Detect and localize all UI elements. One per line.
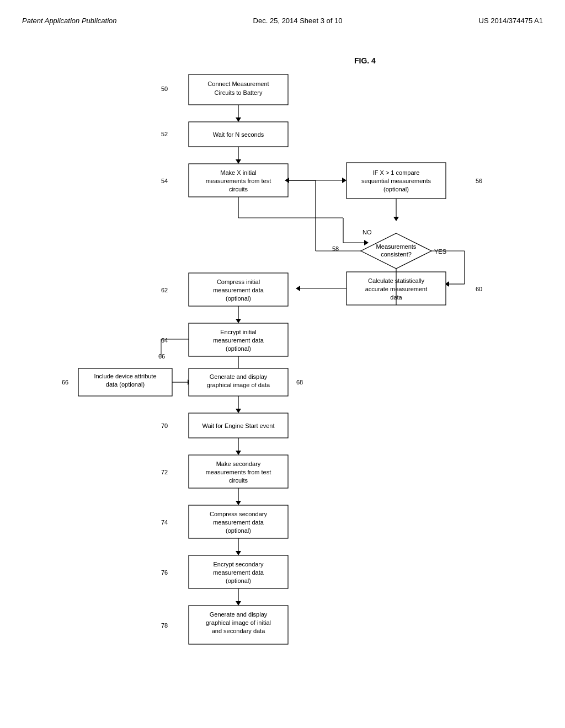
node-68-label: 68 xyxy=(296,379,303,386)
diagram-area: FIG. 4 Connect Measurement Circuits to B… xyxy=(22,47,543,722)
node-78-text-2: graphical image of initial xyxy=(206,619,271,626)
node-72-label: 72 xyxy=(161,469,168,475)
node-72-text-1: Make secondary xyxy=(216,461,261,467)
node-54-text-3: circuits xyxy=(229,186,248,192)
node-64-text-2: measurement data xyxy=(213,337,264,344)
node-72-text-2: measurements from test xyxy=(206,469,271,475)
arrowhead-54-56 xyxy=(342,178,347,183)
node-62-text-1: Compress initial xyxy=(217,279,260,285)
node-56-text-2: sequential measurements xyxy=(361,178,431,184)
node-72-text-3: circuits xyxy=(229,477,248,484)
node-50-label: 50 xyxy=(161,85,168,92)
arrowhead-56-58 xyxy=(393,217,399,221)
header-right: US 2014/374475 A1 xyxy=(479,17,543,25)
label-66-pointer: 66 xyxy=(158,353,165,360)
node-62-text-3: (optional) xyxy=(226,295,251,302)
yes-label: YES xyxy=(434,248,446,255)
node-50-text-2: Circuits to Battery xyxy=(215,89,263,96)
node-68-text-1: Generate and display xyxy=(210,373,268,380)
node-66-text-2: data (optional) xyxy=(106,381,145,388)
node-78-text-3: and secondary data xyxy=(212,628,266,634)
node-56-label: 56 xyxy=(476,178,482,184)
header: Patent Application Publication Dec. 25, … xyxy=(22,11,543,36)
arrowhead-70-72 xyxy=(236,451,241,455)
fig-label: FIG. 4 xyxy=(354,56,376,65)
node-74-label: 74 xyxy=(161,519,168,526)
node-76-text-1: Encrypt secondary xyxy=(213,561,264,568)
node-60-label: 60 xyxy=(476,286,482,292)
node-74-text-2: measurement data xyxy=(213,519,264,526)
arrowhead-to-58 xyxy=(364,240,369,245)
arrowhead-50-52 xyxy=(236,117,241,122)
node-54-label: 54 xyxy=(161,178,168,184)
node-64-text-1: Encrypt initial xyxy=(220,329,256,335)
node-76-label: 76 xyxy=(161,569,168,576)
arrowhead-76-78 xyxy=(236,601,241,606)
header-left: Patent Application Publication xyxy=(22,17,117,25)
node-66-text-1: Include device attribute xyxy=(94,373,156,379)
node-64-label: 64 xyxy=(161,337,168,344)
node-66-label: 66 xyxy=(62,379,68,386)
node-76-text-2: measurement data xyxy=(213,569,264,576)
node-74-text-1: Compress secondary xyxy=(210,511,267,517)
node-78-label: 78 xyxy=(161,622,168,629)
node-70-label: 70 xyxy=(161,422,168,429)
node-78-text-1: Generate and display xyxy=(210,611,268,618)
node-56-text-1: IF X > 1 compare xyxy=(373,169,420,176)
no-label: NO xyxy=(363,229,372,235)
node-74-text-3: (optional) xyxy=(226,527,251,534)
node-58-text-1: Measurements xyxy=(376,243,417,250)
node-52-label: 52 xyxy=(161,131,168,137)
node-54-text-1: Make X initial xyxy=(220,169,256,176)
arrowhead-72-74 xyxy=(236,501,241,505)
node-68-text-2: graphical image of data xyxy=(207,382,270,388)
arrowhead-68-70 xyxy=(236,409,241,413)
node-54-text-2: measurements from test xyxy=(206,178,271,184)
flowchart-svg: FIG. 4 Connect Measurement Circuits to B… xyxy=(22,47,543,720)
node-62-text-2: measurement data xyxy=(213,287,264,293)
node-70-text: Wait for Engine Start event xyxy=(202,422,274,429)
node-52-text: Wait for N seconds xyxy=(213,131,264,138)
node-58-text-2: consistent? xyxy=(381,251,412,258)
node-76-text-3: (optional) xyxy=(226,577,251,584)
header-center: Dec. 25, 2014 Sheet 3 of 10 xyxy=(253,17,343,25)
node-50-text-1: Connect Measurement xyxy=(207,81,269,87)
arrowhead-62-64 xyxy=(236,319,241,323)
arrowhead-52-54 xyxy=(236,159,241,164)
arrowhead-74-76 xyxy=(236,551,241,555)
node-62-label: 62 xyxy=(161,287,168,293)
node-64-text-3: (optional) xyxy=(226,345,251,352)
page: Patent Application Publication Dec. 25, … xyxy=(0,0,565,728)
node-56-text-3: (optional) xyxy=(383,186,409,192)
arrowhead-60-62 xyxy=(296,286,300,291)
